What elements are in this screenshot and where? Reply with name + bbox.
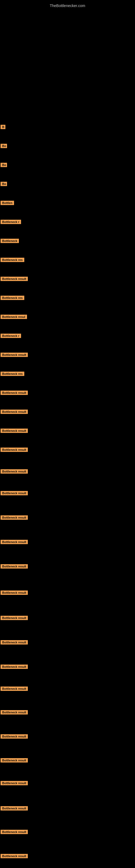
label-34: Bottleneck result (1, 830, 35, 835)
label-27: Bottleneck result (1, 664, 35, 670)
label-25: Bottleneck result (1, 616, 35, 621)
label-14: Bottleneck res (1, 372, 28, 377)
label-3: Bo (1, 163, 7, 168)
label-16: Bottleneck result (1, 410, 35, 415)
label-8: Bottleneck res (1, 258, 28, 263)
label-4: Bo (1, 182, 7, 187)
label-19: Bottleneck result (1, 469, 35, 475)
label-33: Bottleneck result (1, 806, 35, 812)
label-13: Bottleneck result (1, 352, 35, 358)
label-20: Bottleneck result (1, 491, 35, 496)
label-15: Bottleneck result (1, 391, 35, 396)
label-26: Bottleneck result (1, 640, 35, 646)
label-5: Bottlen (1, 201, 15, 206)
site-title: TheBottlenecker.com (0, 1, 135, 9)
label-1: B (1, 125, 5, 130)
label-17: Bottleneck result (1, 429, 35, 434)
label-29: Bottleneck result (1, 710, 35, 716)
label-10: Bottleneck res (1, 296, 28, 301)
label-11: Bottleneck resul (1, 315, 32, 320)
label-28: Bottleneck result (1, 686, 35, 692)
label-6: Bottleneck r (1, 220, 24, 225)
label-32: Bottleneck result (1, 781, 35, 786)
label-23: Bottleneck result (1, 564, 35, 569)
label-31: Bottleneck result (1, 758, 35, 764)
label-18: Bottleneck result (1, 447, 35, 453)
label-35: Bottleneck result (1, 854, 35, 859)
label-9: Bottleneck result (1, 277, 35, 282)
label-21: Bottleneck result (1, 516, 35, 521)
label-2: Bo (1, 144, 7, 149)
label-12: Bottleneck r (1, 334, 24, 339)
label-7: Bottleneck (1, 239, 21, 244)
label-30: Bottleneck result (1, 734, 35, 740)
label-24: Bottleneck result (1, 590, 35, 596)
label-22: Bottleneck result (1, 540, 35, 545)
